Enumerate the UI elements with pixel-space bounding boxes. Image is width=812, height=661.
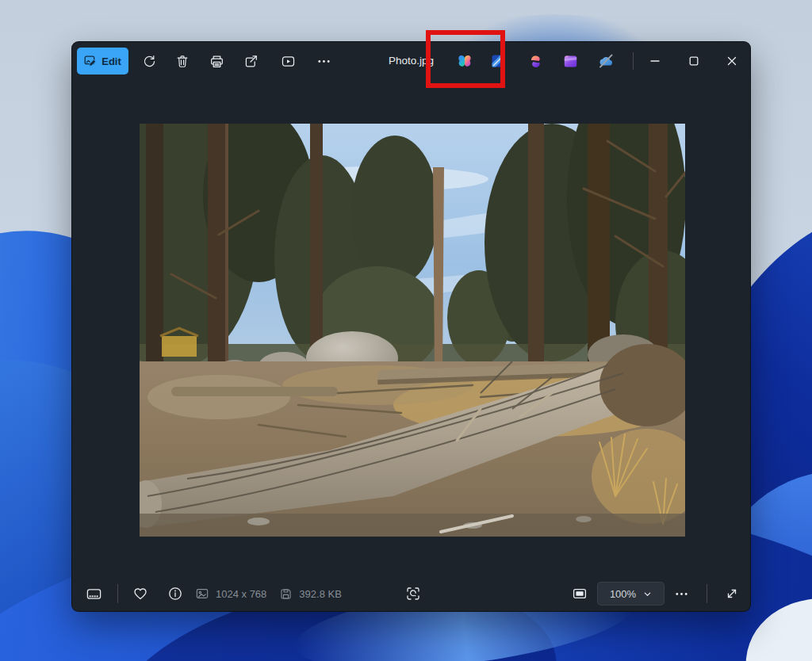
heart-icon (132, 586, 148, 602)
visual-search-button[interactable] (400, 581, 426, 606)
file-size-icon (279, 587, 293, 601)
rotate-button[interactable] (136, 48, 162, 74)
ai-edit-button[interactable] (487, 50, 509, 72)
titlebar-divider (633, 52, 634, 70)
more-icon (674, 586, 689, 602)
photos-app-window: Edit (71, 41, 751, 612)
minimize-icon (649, 55, 661, 67)
fullscreen-button[interactable] (719, 581, 745, 606)
close-button[interactable] (720, 49, 743, 73)
share-button[interactable] (238, 48, 263, 74)
statusbar-divider (707, 584, 707, 603)
statusbar-divider (117, 584, 118, 603)
delete-button[interactable] (170, 48, 195, 74)
chevron-down-icon (643, 590, 652, 598)
file-info-button[interactable] (163, 581, 188, 606)
copilot-icon (456, 52, 473, 70)
photo-canvas[interactable] (140, 124, 685, 537)
edit-image-icon (84, 55, 97, 67)
dimensions-icon (195, 586, 209, 601)
ai-edit-blue-icon (490, 53, 506, 69)
more-options-button[interactable] (311, 48, 336, 74)
zoom-level-dropdown[interactable]: 100% (597, 582, 665, 606)
slideshow-icon (281, 54, 296, 69)
maximize-icon (688, 55, 700, 67)
fullscreen-icon (724, 586, 740, 602)
designer-button[interactable] (524, 50, 546, 72)
file-metadata: 1024 x 768 392.8 KB (195, 576, 342, 611)
favorite-button[interactable] (128, 581, 153, 606)
clipchamp-icon (562, 53, 579, 70)
edit-button-label: Edit (102, 55, 121, 67)
zoom-level-value: 100% (610, 588, 636, 600)
desktop: Edit (0, 0, 812, 661)
printer-icon (209, 54, 224, 69)
onedrive-button[interactable] (595, 50, 617, 72)
status-toolbar: 1024 x 768 392.8 KB (72, 576, 750, 611)
more-icon (316, 54, 331, 69)
designer-icon (527, 53, 544, 70)
info-icon (167, 586, 183, 602)
print-button[interactable] (204, 48, 229, 74)
fit-to-window-icon (572, 586, 588, 602)
rotate-icon (142, 54, 157, 69)
fit-to-window-button[interactable] (567, 581, 592, 606)
share-icon (243, 54, 259, 69)
onedrive-offline-icon (597, 52, 615, 70)
clipchamp-button[interactable] (559, 50, 581, 72)
minimize-button[interactable] (643, 49, 666, 73)
more-zoom-options-button[interactable] (668, 581, 694, 606)
edit-button[interactable]: Edit (77, 48, 128, 75)
photo-image (140, 124, 685, 537)
file-size: 392.8 KB (299, 588, 342, 600)
maximize-button[interactable] (682, 49, 705, 73)
visual-search-icon (405, 586, 421, 602)
filmstrip-icon (86, 586, 102, 602)
image-dimensions: 1024 x 768 (216, 588, 266, 600)
trash-icon (175, 54, 190, 69)
close-icon (726, 55, 738, 67)
filmstrip-toggle-button[interactable] (81, 581, 106, 606)
slideshow-button[interactable] (275, 48, 301, 74)
titlebar: Edit (72, 42, 750, 80)
copilot-button[interactable] (454, 50, 476, 72)
